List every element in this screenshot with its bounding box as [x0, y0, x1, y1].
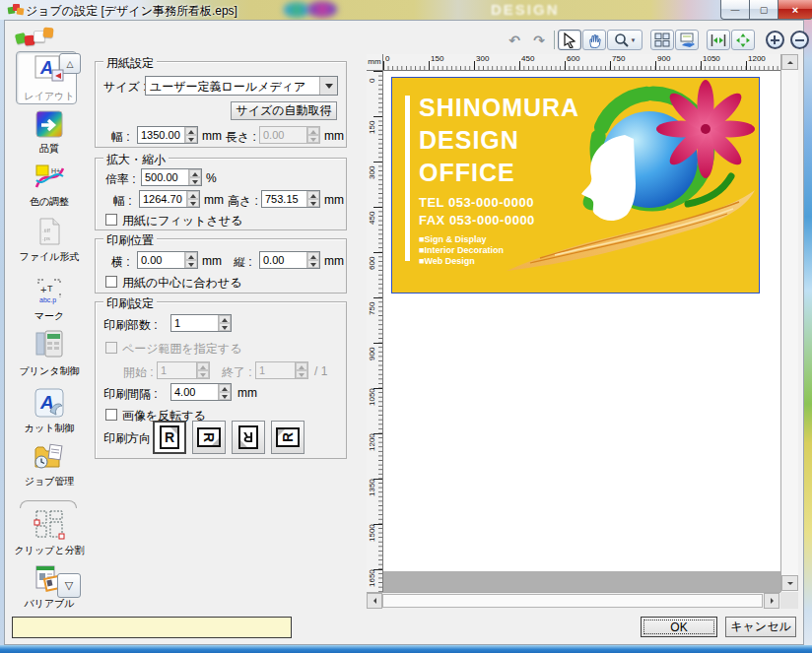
maximize-button[interactable]: ▢: [749, 0, 778, 20]
size-label: サイズ :: [103, 79, 147, 96]
center-on-media-label: 用紙の中心に合わせる: [122, 275, 241, 292]
pan-tool-button[interactable]: [582, 30, 606, 50]
ratio-spinner[interactable]: 500.00: [141, 168, 202, 186]
scroll-up-button[interactable]: [781, 54, 798, 70]
sidebar-item-job-manage[interactable]: ジョブ管理: [10, 441, 89, 487]
ruler-tick-label: 1050: [703, 54, 720, 63]
cancel-button[interactable]: キャンセル: [725, 617, 796, 637]
pos-y-label: 縦 :: [234, 254, 252, 271]
ruler-tick-label: 600: [368, 257, 376, 270]
direction-270-icon: R: [276, 427, 300, 447]
svg-text:.tiff: .tiff: [42, 228, 50, 233]
app-icon: [8, 3, 23, 17]
direction-0-button[interactable]: R: [153, 421, 186, 454]
job-settings-window: DESIGN ジョブの設定 [デザイン事務所看板.eps] — ▢ × ↶ ↷: [0, 0, 812, 653]
fit-page-icon: [735, 33, 751, 48]
ruler-tick-label: 750: [368, 302, 376, 315]
center-on-media-checkbox[interactable]: [105, 276, 117, 288]
scroll-left-button[interactable]: [367, 593, 382, 609]
printer-icon: [34, 329, 65, 360]
undo-button[interactable]: ↶: [503, 30, 526, 50]
artwork-service-1: ■Sign & Display: [419, 234, 486, 244]
scroll-up-icon: [787, 58, 793, 64]
window-frame-bottom: [0, 645, 812, 653]
pos-y-spinner[interactable]: 0.00: [259, 251, 320, 269]
group-paper-settings: 用紙設定 サイズ : ユーザー定義ロールメディア サイズの自動取得 幅 : 13…: [95, 61, 347, 148]
sidebar-item-cut-control[interactable]: A カット制御: [10, 388, 89, 433]
media-size-combobox[interactable]: ユーザー定義ロールメディア: [145, 76, 338, 96]
spin-down[interactable]: [185, 135, 197, 143]
ruler-tick-label: 750: [612, 54, 625, 63]
direction-180-icon: R: [238, 425, 258, 449]
ratio-label: 倍率 :: [105, 171, 136, 188]
range-start-spinner: 1: [157, 361, 210, 379]
vertical-ruler: 0 150 300 450 600 750 900 1050 1200 1350…: [367, 71, 383, 592]
pos-x-spinner[interactable]: 0.00: [137, 251, 198, 269]
scrollbar-corner: [780, 592, 798, 609]
scale-width-spinner[interactable]: 1264.70: [139, 190, 200, 208]
pointer-icon: [563, 33, 576, 48]
sidebar-item-printer-control[interactable]: プリンタ制御: [10, 329, 89, 376]
direction-90-button[interactable]: R: [192, 421, 226, 454]
hand-icon: [587, 33, 602, 48]
scroll-down-button[interactable]: [781, 575, 798, 591]
ruler-tick-label: 0: [368, 79, 376, 83]
spin-up[interactable]: [185, 127, 197, 135]
scale-height-label: 高さ :: [228, 193, 258, 210]
ruler-tick-label: 300: [476, 54, 489, 63]
ratio-unit: %: [206, 171, 217, 185]
close-button[interactable]: ×: [778, 0, 812, 20]
mirror-checkbox[interactable]: [105, 409, 117, 421]
paper-width-spinner[interactable]: 1350.00: [137, 126, 198, 144]
group-print-position: 印刷位置 横 : 0.00 mm 縦 : 0.00 mm 用紙の中心に合わせる: [95, 238, 347, 294]
direction-90-icon: R: [197, 427, 221, 447]
ruler-tick-label: 450: [521, 54, 534, 63]
range-start-label: 開始 :: [123, 364, 154, 381]
fit-width-button[interactable]: [707, 30, 730, 50]
copies-spinner[interactable]: 1: [170, 314, 232, 332]
direction-270-button[interactable]: R: [271, 421, 304, 454]
ok-button[interactable]: OK: [641, 617, 717, 637]
scrollbar-thumb[interactable]: [382, 594, 763, 608]
fit-to-media-label: 用紙にフィットさせる: [122, 213, 242, 229]
fit-to-media-checkbox[interactable]: [105, 214, 117, 226]
direction-180-button[interactable]: R: [232, 421, 265, 454]
gap-spinner[interactable]: 4.00: [170, 383, 232, 401]
ruler-tick-label: 450: [368, 212, 376, 225]
fit-page-button[interactable]: [731, 30, 755, 50]
auto-size-button[interactable]: サイズの自動取得: [231, 101, 337, 120]
tile-view-button[interactable]: [650, 30, 674, 50]
preview-canvas[interactable]: SHINOMURA DESIGN OFFICE TEL 053-000-0000…: [383, 71, 780, 592]
svg-text:+: +: [40, 284, 46, 295]
scale-height-spinner[interactable]: 753.15: [261, 190, 320, 208]
paper-width-unit: mm: [202, 129, 222, 143]
vertical-scrollbar[interactable]: [780, 54, 798, 592]
quality-icon: [35, 110, 63, 138]
sidebar-scroll-down-button[interactable]: ▽: [57, 573, 81, 598]
artwork-preview[interactable]: SHINOMURA DESIGN OFFICE TEL 053-000-0000…: [391, 77, 760, 294]
copies-label: 印刷部数 :: [103, 317, 158, 334]
scroll-right-button[interactable]: [764, 593, 779, 609]
sidebar-item-quality[interactable]: 品質: [10, 110, 89, 154]
minimize-button[interactable]: —: [720, 0, 749, 20]
select-tool-button[interactable]: [558, 30, 581, 50]
direction-0-icon: R: [160, 425, 179, 449]
combo-dropdown-icon[interactable]: [319, 77, 337, 95]
job-manage-icon: [33, 441, 66, 471]
preview-toolbar: ↶ ↷ ▼: [503, 29, 800, 51]
sidebar-item-file-format[interactable]: .tiff .ps ファイル形式: [10, 217, 89, 262]
sidebar-item-mark[interactable]: + T abc.p マーク: [10, 276, 89, 321]
redo-button[interactable]: ↷: [527, 30, 551, 50]
layout-icon: A: [33, 54, 66, 86]
ruler-tick-label: 600: [567, 54, 579, 63]
sidebar-item-color-adjust[interactable]: H+ 色の調整: [10, 163, 89, 207]
zoom-in-button[interactable]: [763, 30, 786, 50]
horizontal-scrollbar[interactable]: [367, 592, 780, 609]
titlebar[interactable]: DESIGN ジョブの設定 [デザイン事務所看板.eps] — ▢ ×: [0, 0, 812, 20]
zoom-tool-button[interactable]: ▼: [607, 30, 643, 50]
sidebar-item-clip-split[interactable]: クリップと分割: [10, 508, 89, 555]
page-preview-button[interactable]: [675, 30, 699, 50]
zoom-out-button[interactable]: [787, 30, 811, 50]
sidebar-item-layout[interactable]: A レイアウト: [10, 54, 89, 101]
scroll-right-icon: [771, 598, 777, 604]
